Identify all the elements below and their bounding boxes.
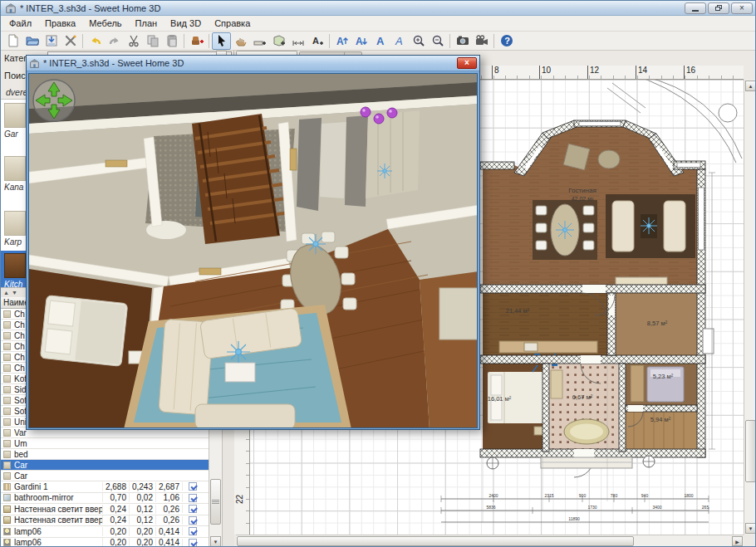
bold-button[interactable] (371, 32, 390, 50)
minimize-button[interactable] (685, 2, 706, 14)
undo-button[interactable] (86, 32, 105, 50)
menu-item[interactable]: План (129, 17, 164, 30)
create-rooms-button[interactable] (269, 32, 288, 50)
scroll-right-arrow[interactable]: ▶ (732, 536, 743, 546)
scroll-up-arrow[interactable]: ▲ (745, 81, 756, 91)
visible-checkbox[interactable] (189, 539, 197, 547)
svg-text:940: 940 (641, 493, 649, 498)
visible-checkbox[interactable] (189, 527, 197, 535)
visible-checkbox[interactable] (189, 505, 197, 513)
table-row[interactable]: Настенная светит вверх 0,24 0,12 0,26 (1, 515, 221, 527)
add-text-icon (311, 34, 324, 47)
menu-item[interactable]: Справка (208, 17, 257, 30)
app-icon (5, 2, 17, 14)
copy-icon (146, 34, 160, 47)
svg-text:11890: 11890 (568, 516, 580, 521)
scrollbar-thumb[interactable] (210, 479, 221, 525)
table-row[interactable]: Настенная светит вверх 0,24 0,12 0,26 (1, 504, 221, 515)
help-icon (500, 34, 513, 47)
svg-text:16,01 м²: 16,01 м² (488, 395, 512, 403)
ruler-tick: 22 (235, 495, 244, 504)
redo-button[interactable] (105, 32, 124, 50)
table-row[interactable]: bed (1, 449, 221, 460)
create-text-button[interactable] (307, 32, 326, 50)
viewer3d-title-bar[interactable]: * INTER_3.sh3d - Sweet Home 3D × (27, 56, 479, 71)
create-dimensions-button[interactable] (288, 32, 307, 50)
app-icon (29, 58, 40, 69)
viewer3d-window[interactable]: * INTER_3.sh3d - Sweet Home 3D × (26, 55, 480, 430)
visible-checkbox[interactable] (189, 494, 197, 502)
pan-tool-button[interactable] (231, 32, 250, 50)
table-row[interactable]: bathroom-mirror 0,70 0,02 1,06 (1, 493, 221, 505)
furniture-icon (3, 408, 11, 415)
cut-button[interactable] (124, 32, 143, 50)
viewer3d-close-button[interactable]: × (457, 57, 477, 69)
italic-icon (393, 34, 406, 47)
tools-icon (64, 34, 77, 47)
toolbar-separator (493, 34, 494, 48)
furniture-icon (3, 429, 11, 437)
create-walls-button[interactable] (250, 32, 269, 50)
scissors-icon (127, 34, 140, 47)
sort-desc-icon: ▼ (12, 290, 17, 295)
visible-checkbox[interactable] (189, 516, 197, 525)
catalog-item-thumbnail (4, 253, 26, 278)
select-tool-button[interactable] (212, 32, 231, 50)
decrease-text-size-button[interactable] (351, 32, 371, 50)
table-row[interactable]: Gardini 1 2,688 0,243 2,687 (1, 481, 221, 493)
restore-button[interactable] (708, 2, 729, 14)
save-button[interactable] (42, 32, 61, 50)
table-row[interactable]: Car (1, 460, 221, 471)
hand-icon (234, 34, 248, 47)
furniture-icon (3, 418, 11, 426)
paste-button[interactable] (162, 32, 181, 50)
svg-text:Гостиная: Гостиная (568, 187, 596, 194)
view3d-canvas[interactable] (28, 73, 478, 428)
help-button[interactable] (497, 32, 516, 50)
table-row[interactable]: lamp06 0,20 0,20 0,414 (1, 538, 221, 547)
italic-button[interactable] (390, 32, 409, 50)
ruler-tick: 10 (539, 66, 551, 80)
table-row[interactable]: lamp06 0,20 0,20 0,414 (1, 526, 221, 538)
plan-vertical-scrollbar[interactable]: ▲ ▼ (744, 80, 756, 535)
plan-horizontal-scrollbar[interactable]: ▶ (236, 535, 744, 547)
furniture-rows-lower: Gardini 1 2,688 0,243 2,687 bathroom-mir… (1, 481, 221, 547)
menu-item[interactable]: Файл (2, 17, 38, 30)
create-photo-button[interactable] (453, 32, 472, 50)
furniture-icon (3, 505, 11, 513)
zoom-in-button[interactable] (409, 32, 428, 50)
add-furniture-button[interactable] (187, 32, 206, 50)
table-row[interactable]: Um (1, 438, 221, 449)
furniture-icon (3, 343, 11, 350)
furniture-icon (3, 462, 11, 469)
increase-text-size-button[interactable] (332, 32, 351, 50)
visible-checkbox[interactable] (189, 482, 197, 491)
new-button[interactable] (3, 32, 22, 50)
close-button[interactable]: × (731, 2, 753, 14)
svg-text:2315: 2315 (544, 493, 553, 498)
zoom-out-button[interactable] (428, 32, 447, 50)
viewer3d-title: * INTER_3.sh3d - Sweet Home 3D (43, 58, 457, 68)
furniture-icon (3, 375, 11, 383)
scrollbar-thumb[interactable] (237, 536, 634, 546)
scrollbar-thumb[interactable] (745, 420, 756, 482)
table-row[interactable]: Car (1, 471, 221, 481)
open-folder-icon (26, 34, 39, 47)
menu-item[interactable]: Вид 3D (164, 17, 208, 30)
furniture-icon (3, 472, 11, 480)
open-button[interactable] (22, 32, 42, 50)
copy-button[interactable] (143, 32, 162, 50)
menu-item[interactable]: Мебель (82, 17, 128, 30)
menu-item[interactable]: Правка (38, 17, 82, 30)
svg-text:1800: 1800 (684, 493, 693, 498)
scroll-down-arrow[interactable]: ▼ (745, 523, 756, 534)
title-bar[interactable]: * INTER_3.sh3d - Sweet Home 3D × (1, 1, 755, 16)
furniture-icon (3, 321, 11, 329)
svg-text:5,23 м²: 5,23 м² (653, 373, 674, 380)
paste-icon (165, 34, 179, 47)
zoom-out-icon (431, 34, 444, 47)
scroll-down-arrow[interactable]: ▼ (210, 536, 221, 547)
preferences-button[interactable] (61, 32, 80, 50)
create-video-button[interactable] (472, 32, 491, 50)
furniture-icon (3, 440, 11, 447)
